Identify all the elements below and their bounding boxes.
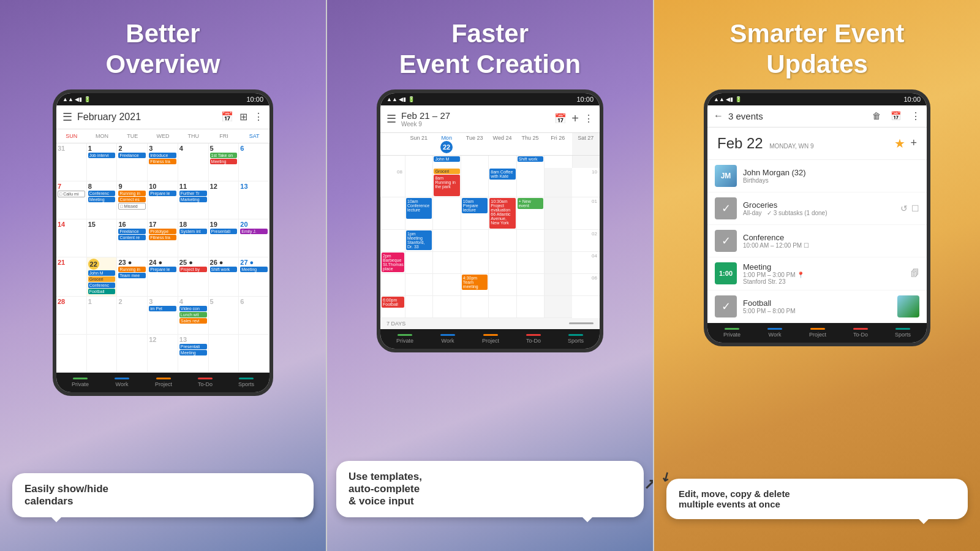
view-icon[interactable]: ⊞ xyxy=(239,111,247,123)
cal-cell[interactable]: 19Presentati xyxy=(209,219,239,257)
week-grid: John M Shift work 08 Groceri 8am Running… xyxy=(380,156,600,318)
menu-icon[interactable]: ☰ xyxy=(62,110,72,124)
more-icon-3[interactable]: ⋮ xyxy=(911,110,921,122)
cal-cell[interactable]: 6 xyxy=(239,143,270,181)
cal-cell[interactable]: 15 xyxy=(87,219,118,257)
cal-cell[interactable]: 8ConferencMeeting xyxy=(87,181,118,219)
tab-work-2[interactable]: Work xyxy=(440,334,455,344)
cal-cell[interactable]: 28 xyxy=(56,297,87,335)
cal-cell[interactable]: 12 xyxy=(148,335,178,373)
week-cell xyxy=(516,230,544,252)
cal-cell[interactable]: 14 xyxy=(56,219,87,257)
tab-private-3[interactable]: Private xyxy=(723,328,741,338)
cal-cell[interactable]: 27 ●Meeting xyxy=(239,257,270,297)
star-icon[interactable]: ★ xyxy=(894,136,905,151)
day-num: 12 xyxy=(210,183,238,190)
cal-cell[interactable]: 17PrototypeFitness tra xyxy=(148,219,178,257)
tab-sports[interactable]: Sports xyxy=(238,378,254,387)
cal-cell[interactable]: 13PresentatiMeeting xyxy=(178,335,209,373)
cal-cell[interactable]: 4Video conLunch witSales revi xyxy=(178,297,209,335)
more-icon[interactable]: ⋮ xyxy=(254,111,263,123)
cal-cell[interactable]: 3IntroduceFitness tra xyxy=(148,143,178,181)
cal-cell[interactable]: 2Freelance xyxy=(117,143,148,181)
cal-cell[interactable]: 13 xyxy=(239,181,270,219)
cal-cell[interactable]: 3im Pet xyxy=(148,297,178,335)
day-num: 21 xyxy=(58,259,85,266)
week-cell xyxy=(572,156,600,168)
cal-cell[interactable]: 12 xyxy=(209,181,239,219)
tab-project-2[interactable]: Project xyxy=(482,334,499,344)
cal-cell[interactable]: 16FreelanceContent re xyxy=(117,219,148,257)
cal-cell[interactable]: 31 xyxy=(56,143,87,181)
cal-cell[interactable]: 22John MGroceriConferencFootball xyxy=(87,257,118,297)
copy-icon[interactable]: 🗐 xyxy=(911,268,919,278)
checkbox-icon[interactable]: ☐ xyxy=(911,203,919,213)
week-cell xyxy=(461,252,488,274)
status-time: 10:00 xyxy=(246,96,263,103)
cal-cell[interactable]: 26 ●Shift work xyxy=(209,257,239,297)
week-cell xyxy=(432,274,460,296)
cal-cell[interactable]: 10Prepare le xyxy=(148,181,178,219)
add-event-icon[interactable]: + xyxy=(910,137,917,150)
tab-project-3[interactable]: Project xyxy=(809,328,826,338)
cal-cell[interactable] xyxy=(117,335,148,373)
cal-cell[interactable]: 11Further TrMarketing xyxy=(178,181,209,219)
tab-dot xyxy=(440,334,455,336)
event-chip: Prepare le xyxy=(149,191,176,196)
week-cell xyxy=(544,252,571,274)
tab-sports-2[interactable]: Sports xyxy=(568,334,584,344)
cal-cell[interactable]: 18System int xyxy=(178,219,209,257)
calendar-icon[interactable]: 📅 xyxy=(221,111,233,123)
event-item-john-morgan[interactable]: JM John Morgan (32) Birthdays xyxy=(707,160,927,192)
back-icon[interactable]: ← xyxy=(714,110,723,121)
calendar-icon-3[interactable]: 📅 xyxy=(891,111,901,121)
tab-private[interactable]: Private xyxy=(72,378,89,387)
signal-icons: ▲▲ ◀▮ 🔋 xyxy=(62,96,91,102)
week-cell xyxy=(405,296,432,318)
add-icon[interactable]: + xyxy=(571,112,579,126)
cal-cell[interactable]: 1 xyxy=(87,297,118,335)
cal-cell[interactable]: 9Running inCorrect es□ Missed xyxy=(117,181,148,219)
event-item-groceries[interactable]: ✓ Groceries All-day ✓ 3 subtasks (1 done… xyxy=(707,192,927,225)
cal-cell[interactable]: 20Emily J. xyxy=(239,219,270,257)
event-chip: Team mee xyxy=(118,273,146,278)
tab-sports-3[interactable]: Sports xyxy=(895,328,911,338)
event-item-meeting[interactable]: 1:00 Meeting 1:00 PM – 3:00 PM 📍Stanford… xyxy=(707,257,927,291)
bubble-text-3: Edit, move, copy & delete multiple event… xyxy=(679,488,790,509)
tab-private-2[interactable]: Private xyxy=(396,334,413,344)
tab-work-3[interactable]: Work xyxy=(767,328,782,338)
cal-cell[interactable]: 7□ Callu mi xyxy=(56,181,87,219)
tab-work[interactable]: Work xyxy=(115,378,129,387)
cal-cell[interactable]: 6 xyxy=(239,297,270,335)
event-checkbox[interactable]: ✓ xyxy=(715,295,737,317)
cal-cell[interactable]: 25 ●Project by xyxy=(178,257,209,297)
cal-cell[interactable]: 2 xyxy=(117,297,148,335)
event-checkbox[interactable]: ✓ xyxy=(715,230,737,252)
calendar-icon-2[interactable]: 📅 xyxy=(554,113,567,124)
repeat-icon[interactable]: ↺ xyxy=(900,203,908,213)
menu-icon-2[interactable]: ☰ xyxy=(386,112,396,126)
event-item-conference[interactable]: ✓ Conference 10:00 AM – 12:00 PM ☐ xyxy=(707,225,927,257)
cal-cell[interactable]: 21 xyxy=(56,257,87,297)
cal-cell[interactable] xyxy=(209,335,239,373)
tab-project[interactable]: Project xyxy=(155,378,172,387)
cal-cell[interactable]: 1Job intervi xyxy=(87,143,118,181)
tab-todo-3[interactable]: To-Do xyxy=(853,328,868,338)
cal-cell[interactable]: 24 ●Prepare le xyxy=(148,257,178,297)
cal-cell[interactable] xyxy=(87,335,118,373)
event-checkbox[interactable]: ✓ xyxy=(715,197,737,219)
cal-cell[interactable]: 51st Take onMeeting xyxy=(209,143,239,181)
cal-cell[interactable]: 23 ●Running inTeam mee xyxy=(117,257,148,297)
more-icon-2[interactable]: ⋮ xyxy=(584,113,594,124)
cal-cell[interactable]: 4 xyxy=(178,143,209,181)
week-cell xyxy=(488,156,516,168)
tab-todo-2[interactable]: To-Do xyxy=(526,334,541,344)
event-item-football[interactable]: ✓ Football 5:00 PM – 8:00 PM xyxy=(707,291,927,323)
cal-cell[interactable]: 5 xyxy=(209,297,239,335)
tab-todo[interactable]: To-Do xyxy=(198,378,213,387)
day-num: 14 xyxy=(58,221,85,228)
cal-cell[interactable] xyxy=(56,335,87,373)
cal-cell[interactable] xyxy=(239,335,270,373)
event-info: Conference 10:00 AM – 12:00 PM ☐ xyxy=(743,233,919,249)
delete-icon[interactable]: 🗑 xyxy=(872,111,881,121)
